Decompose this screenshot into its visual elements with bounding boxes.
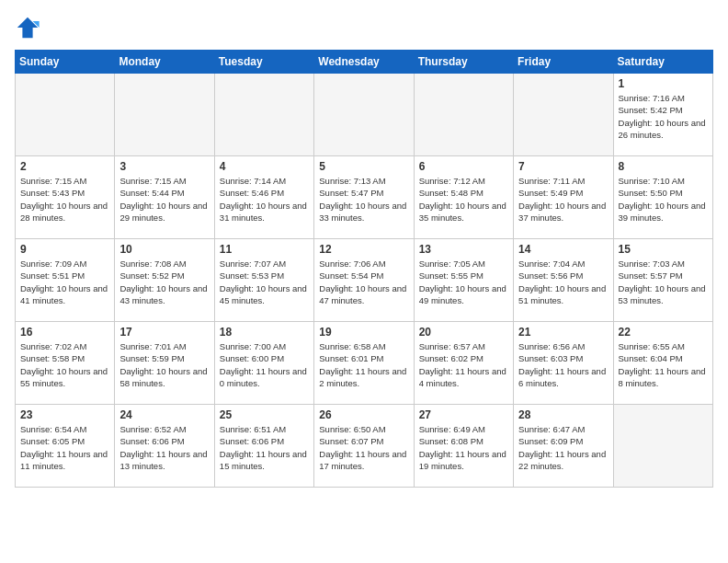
- day-cell: 20Sunrise: 6:57 AM Sunset: 6:02 PM Dayli…: [414, 322, 513, 405]
- day-info: Sunrise: 6:51 AM Sunset: 6:06 PM Dayligh…: [220, 423, 309, 472]
- day-number: 5: [319, 160, 408, 173]
- day-number: 26: [319, 408, 408, 421]
- day-info: Sunrise: 6:58 AM Sunset: 6:01 PM Dayligh…: [319, 340, 408, 389]
- day-cell: 17Sunrise: 7:01 AM Sunset: 5:59 PM Dayli…: [115, 322, 214, 405]
- day-info: Sunrise: 6:54 AM Sunset: 6:05 PM Dayligh…: [20, 423, 109, 472]
- day-info: Sunrise: 7:02 AM Sunset: 5:58 PM Dayligh…: [20, 340, 109, 389]
- calendar-body: 1Sunrise: 7:16 AM Sunset: 5:42 PM Daylig…: [16, 74, 713, 488]
- day-number: 14: [518, 243, 608, 256]
- day-number: 10: [119, 243, 209, 256]
- day-cell: 7Sunrise: 7:11 AM Sunset: 5:49 PM Daylig…: [514, 156, 613, 239]
- day-info: Sunrise: 6:49 AM Sunset: 6:08 PM Dayligh…: [419, 423, 508, 472]
- day-info: Sunrise: 7:05 AM Sunset: 5:55 PM Dayligh…: [419, 258, 508, 306]
- day-number: 19: [319, 326, 408, 339]
- weekday-thursday: Thursday: [414, 51, 513, 74]
- day-cell: 26Sunrise: 6:50 AM Sunset: 6:07 PM Dayli…: [314, 405, 414, 488]
- day-info: Sunrise: 7:08 AM Sunset: 5:52 PM Dayligh…: [119, 258, 209, 306]
- day-cell: 4Sunrise: 7:14 AM Sunset: 5:46 PM Daylig…: [214, 156, 313, 239]
- day-info: Sunrise: 7:12 AM Sunset: 5:48 PM Dayligh…: [419, 175, 508, 224]
- day-cell: 2Sunrise: 7:15 AM Sunset: 5:43 PM Daylig…: [16, 156, 115, 239]
- day-number: 8: [619, 160, 708, 173]
- day-number: 16: [20, 326, 109, 339]
- day-cell: 19Sunrise: 6:58 AM Sunset: 6:01 PM Dayli…: [314, 322, 414, 405]
- day-info: Sunrise: 6:55 AM Sunset: 6:04 PM Dayligh…: [619, 340, 708, 389]
- day-cell: [514, 74, 613, 156]
- day-cell: 5Sunrise: 7:13 AM Sunset: 5:47 PM Daylig…: [314, 156, 414, 239]
- day-info: Sunrise: 6:50 AM Sunset: 6:07 PM Dayligh…: [319, 423, 408, 472]
- day-cell: 10Sunrise: 7:08 AM Sunset: 5:52 PM Dayli…: [115, 239, 214, 322]
- day-cell: [414, 74, 513, 156]
- calendar-table: SundayMondayTuesdayWednesdayThursdayFrid…: [15, 50, 713, 488]
- week-row-2: 2Sunrise: 7:15 AM Sunset: 5:43 PM Daylig…: [16, 156, 713, 239]
- logo: [15, 15, 42, 40]
- day-info: Sunrise: 7:16 AM Sunset: 5:42 PM Dayligh…: [619, 92, 708, 141]
- day-number: 27: [419, 408, 508, 421]
- day-number: 15: [619, 243, 708, 256]
- day-info: Sunrise: 7:09 AM Sunset: 5:51 PM Dayligh…: [20, 258, 109, 306]
- day-info: Sunrise: 7:15 AM Sunset: 5:43 PM Dayligh…: [20, 175, 109, 224]
- day-number: 6: [419, 160, 508, 173]
- day-number: 7: [518, 160, 608, 173]
- day-cell: 3Sunrise: 7:15 AM Sunset: 5:44 PM Daylig…: [115, 156, 214, 239]
- day-cell: 27Sunrise: 6:49 AM Sunset: 6:08 PM Dayli…: [414, 405, 513, 488]
- day-info: Sunrise: 7:00 AM Sunset: 6:00 PM Dayligh…: [220, 340, 309, 389]
- day-number: 13: [419, 243, 508, 256]
- day-info: Sunrise: 7:06 AM Sunset: 5:54 PM Dayligh…: [319, 258, 408, 306]
- weekday-header-row: SundayMondayTuesdayWednesdayThursdayFrid…: [16, 51, 713, 74]
- weekday-tuesday: Tuesday: [214, 51, 313, 74]
- day-info: Sunrise: 7:15 AM Sunset: 5:44 PM Dayligh…: [119, 175, 209, 224]
- day-number: 25: [220, 408, 309, 421]
- day-cell: [214, 74, 313, 156]
- day-number: 18: [220, 326, 309, 339]
- weekday-saturday: Saturday: [613, 51, 712, 74]
- day-info: Sunrise: 7:03 AM Sunset: 5:57 PM Dayligh…: [619, 258, 708, 306]
- day-number: 4: [220, 160, 309, 173]
- day-number: 24: [119, 408, 209, 421]
- day-number: 2: [20, 160, 109, 173]
- weekday-friday: Friday: [514, 51, 613, 74]
- day-cell: 18Sunrise: 7:00 AM Sunset: 6:00 PM Dayli…: [214, 322, 313, 405]
- weekday-wednesday: Wednesday: [314, 51, 414, 74]
- logo-icon: [15, 15, 40, 40]
- day-number: 1: [619, 77, 708, 90]
- day-number: 20: [419, 326, 508, 339]
- day-info: Sunrise: 6:56 AM Sunset: 6:03 PM Dayligh…: [518, 340, 608, 389]
- day-info: Sunrise: 7:13 AM Sunset: 5:47 PM Dayligh…: [319, 175, 408, 224]
- day-info: Sunrise: 6:57 AM Sunset: 6:02 PM Dayligh…: [419, 340, 508, 389]
- day-cell: 1Sunrise: 7:16 AM Sunset: 5:42 PM Daylig…: [613, 74, 712, 156]
- day-info: Sunrise: 7:01 AM Sunset: 5:59 PM Dayligh…: [119, 340, 209, 389]
- day-info: Sunrise: 6:52 AM Sunset: 6:06 PM Dayligh…: [119, 423, 209, 472]
- day-cell: 15Sunrise: 7:03 AM Sunset: 5:57 PM Dayli…: [613, 239, 712, 322]
- day-info: Sunrise: 7:11 AM Sunset: 5:49 PM Dayligh…: [518, 175, 608, 224]
- day-cell: 12Sunrise: 7:06 AM Sunset: 5:54 PM Dayli…: [314, 239, 414, 322]
- day-number: 9: [20, 243, 109, 256]
- day-number: 12: [319, 243, 408, 256]
- day-number: 21: [518, 326, 608, 339]
- day-cell: 23Sunrise: 6:54 AM Sunset: 6:05 PM Dayli…: [16, 405, 115, 488]
- day-cell: 14Sunrise: 7:04 AM Sunset: 5:56 PM Dayli…: [514, 239, 613, 322]
- day-cell: 28Sunrise: 6:47 AM Sunset: 6:09 PM Dayli…: [514, 405, 613, 488]
- day-cell: 13Sunrise: 7:05 AM Sunset: 5:55 PM Dayli…: [414, 239, 513, 322]
- day-number: 28: [518, 408, 608, 421]
- day-cell: 6Sunrise: 7:12 AM Sunset: 5:48 PM Daylig…: [414, 156, 513, 239]
- page-header: [15, 15, 713, 40]
- day-info: Sunrise: 7:07 AM Sunset: 5:53 PM Dayligh…: [220, 258, 309, 306]
- day-info: Sunrise: 7:14 AM Sunset: 5:46 PM Dayligh…: [220, 175, 309, 224]
- week-row-1: 1Sunrise: 7:16 AM Sunset: 5:42 PM Daylig…: [16, 74, 713, 156]
- day-number: 3: [119, 160, 209, 173]
- day-cell: 8Sunrise: 7:10 AM Sunset: 5:50 PM Daylig…: [613, 156, 712, 239]
- day-cell: 16Sunrise: 7:02 AM Sunset: 5:58 PM Dayli…: [16, 322, 115, 405]
- week-row-4: 16Sunrise: 7:02 AM Sunset: 5:58 PM Dayli…: [16, 322, 713, 405]
- day-number: 23: [20, 408, 109, 421]
- day-cell: 25Sunrise: 6:51 AM Sunset: 6:06 PM Dayli…: [214, 405, 313, 488]
- svg-marker-0: [17, 17, 38, 38]
- day-number: 17: [119, 326, 209, 339]
- day-cell: 21Sunrise: 6:56 AM Sunset: 6:03 PM Dayli…: [514, 322, 613, 405]
- day-info: Sunrise: 6:47 AM Sunset: 6:09 PM Dayligh…: [518, 423, 608, 472]
- day-cell: 9Sunrise: 7:09 AM Sunset: 5:51 PM Daylig…: [16, 239, 115, 322]
- week-row-3: 9Sunrise: 7:09 AM Sunset: 5:51 PM Daylig…: [16, 239, 713, 322]
- week-row-5: 23Sunrise: 6:54 AM Sunset: 6:05 PM Dayli…: [16, 405, 713, 488]
- weekday-sunday: Sunday: [16, 51, 115, 74]
- day-info: Sunrise: 7:04 AM Sunset: 5:56 PM Dayligh…: [518, 258, 608, 306]
- day-info: Sunrise: 7:10 AM Sunset: 5:50 PM Dayligh…: [619, 175, 708, 224]
